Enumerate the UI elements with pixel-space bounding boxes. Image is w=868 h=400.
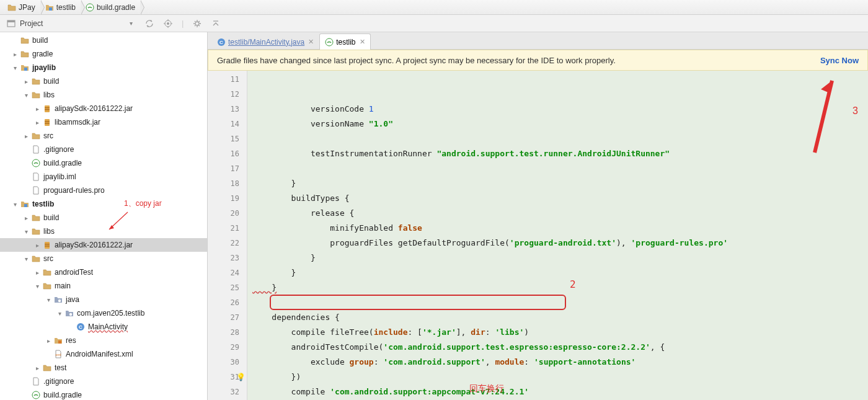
tree-node[interactable]: ▸res xyxy=(0,334,207,347)
expander-icon[interactable] xyxy=(22,146,30,153)
tree-node[interactable]: build.gradle xyxy=(0,156,207,170)
code-line[interactable]: testInstrumentationRunner "android.suppo… xyxy=(247,146,868,161)
tree-node[interactable]: ▸src xyxy=(0,129,207,143)
expander-icon[interactable] xyxy=(67,323,74,331)
breadcrumb-item[interactable]: testlib xyxy=(40,0,81,15)
expander-icon[interactable]: ▾ xyxy=(22,228,30,235)
code-line[interactable]: proguardFiles getDefaultProguardFile('pr… xyxy=(247,236,868,251)
class-icon: C xyxy=(76,322,86,332)
code-line[interactable]: } xyxy=(247,251,868,265)
tree-node[interactable]: CMainActivity xyxy=(0,320,207,334)
expander-icon[interactable]: ▸ xyxy=(22,132,30,140)
expander-icon[interactable]: ▸ xyxy=(33,241,41,249)
code-line[interactable]: buildTypes { xyxy=(247,191,868,206)
expander-icon[interactable]: ▸ xyxy=(45,337,52,344)
tree-node[interactable]: jpaylib.iml xyxy=(0,170,207,184)
expander-icon[interactable] xyxy=(22,391,30,399)
code-line[interactable]: versionCode 1 xyxy=(247,102,868,117)
expander-icon[interactable]: ▸ xyxy=(11,50,19,58)
code-line[interactable]: compile fileTree(include: ['*.jar'], dir… xyxy=(247,325,868,340)
expander-icon[interactable]: ▾ xyxy=(56,309,63,317)
expander-icon[interactable] xyxy=(22,159,30,167)
code-area[interactable]: versionCode 1 versionName "1.0" testInst… xyxy=(247,71,868,400)
code-line[interactable] xyxy=(247,131,868,146)
expander-icon[interactable]: ▸ xyxy=(22,78,30,85)
code-line[interactable]: } xyxy=(247,176,868,191)
code-line[interactable] xyxy=(247,161,868,176)
expander-icon[interactable] xyxy=(11,37,19,44)
tree-node[interactable]: ▾main xyxy=(0,279,207,293)
code-line[interactable]: } xyxy=(247,280,868,295)
expander-icon[interactable]: ▸ xyxy=(22,214,30,221)
expander-icon[interactable]: ▾ xyxy=(11,64,19,71)
tab-label: testlib xyxy=(336,38,355,47)
code-line[interactable]: dependencies { xyxy=(247,310,868,325)
tree-node[interactable]: ▸build xyxy=(0,74,207,88)
tree-node[interactable]: ▸alipaySdk-20161222.jar xyxy=(0,238,207,252)
expander-icon[interactable]: ▸ xyxy=(33,269,41,276)
code-line[interactable] xyxy=(247,295,868,310)
gear-icon[interactable] xyxy=(192,19,202,29)
svg-point-10 xyxy=(195,22,199,25)
code-line[interactable]: versionName "1.0" xyxy=(247,117,868,131)
collapse-icon[interactable] xyxy=(211,19,221,29)
tree-node[interactable]: ▸libammsdk.jar xyxy=(0,115,207,129)
expander-icon[interactable]: ▾ xyxy=(45,296,52,303)
tree-node[interactable]: ▾libs xyxy=(0,224,207,238)
sync-notification: Gradle files have changed since last pro… xyxy=(208,50,868,71)
tree-node[interactable]: xmlAndroidManifest.xml xyxy=(0,347,207,361)
breadcrumb-item[interactable]: build.gradle xyxy=(81,0,140,15)
code-line[interactable]: } xyxy=(247,265,868,280)
expander-icon[interactable] xyxy=(22,187,30,194)
expander-icon[interactable]: ▾ xyxy=(33,282,41,290)
expander-icon[interactable]: ▾ xyxy=(22,255,30,262)
close-icon[interactable]: ✕ xyxy=(308,38,314,46)
tree-node[interactable]: ▾java xyxy=(0,293,207,306)
tree-node[interactable]: ▾jpaylib xyxy=(0,61,207,74)
project-tree[interactable]: build▸gradle▾jpaylib▸build▾libs▸alipaySd… xyxy=(0,32,208,400)
tree-node[interactable]: ▸test xyxy=(0,361,207,375)
folder-icon xyxy=(20,49,30,59)
sync-icon[interactable] xyxy=(144,19,154,29)
tree-node[interactable]: ▾src xyxy=(0,252,207,265)
tree-node[interactable]: build.gradle xyxy=(0,388,207,400)
tree-node[interactable]: ▾testlib xyxy=(0,197,207,211)
tree-node[interactable]: .gitignore xyxy=(0,375,207,388)
expander-icon[interactable]: ▾ xyxy=(22,91,30,99)
module-icon xyxy=(20,199,30,209)
expander-icon[interactable]: ▸ xyxy=(33,364,41,371)
sync-now-link[interactable]: Sync Now xyxy=(820,56,859,65)
tree-node[interactable]: .gitignore xyxy=(0,143,207,156)
code-line[interactable]: }) xyxy=(247,370,868,384)
chevron-down-icon[interactable]: ▾ xyxy=(130,20,133,27)
node-label: gradle xyxy=(32,50,53,58)
code-line[interactable]: androidTestCompile('com.android.support.… xyxy=(247,340,868,355)
close-icon[interactable]: ✕ xyxy=(360,38,365,46)
editor-tab[interactable]: testlib✕ xyxy=(319,33,370,50)
project-view-label[interactable]: Project xyxy=(20,19,43,28)
expander-icon[interactable]: ▾ xyxy=(11,200,19,208)
expander-icon[interactable] xyxy=(22,378,30,385)
code-line[interactable]: compile 'com.android.support:appcompat-v… xyxy=(247,384,868,399)
expander-icon[interactable]: ▸ xyxy=(33,105,41,112)
tree-node[interactable]: ▸alipaySdk-20161222.jar xyxy=(0,102,207,115)
code-line[interactable]: release { xyxy=(247,206,868,221)
editor-tab[interactable]: Ctestlib/MainActivity.java✕ xyxy=(211,33,319,50)
tree-node[interactable]: ▾libs xyxy=(0,88,207,102)
expander-icon[interactable] xyxy=(22,173,30,180)
code-line[interactable]: minifyEnabled false xyxy=(247,221,868,236)
target-icon[interactable] xyxy=(163,19,173,29)
breadcrumb-item[interactable]: JPay xyxy=(2,0,40,15)
expander-icon[interactable]: ▸ xyxy=(33,118,41,126)
class-icon: C xyxy=(217,38,226,47)
tree-node[interactable]: proguard-rules.pro xyxy=(0,184,207,197)
tree-node[interactable]: ▸gradle xyxy=(0,47,207,61)
expander-icon[interactable] xyxy=(45,350,52,358)
folder-icon xyxy=(31,90,41,100)
svg-rect-22 xyxy=(45,244,50,245)
tree-node[interactable]: build xyxy=(0,33,207,47)
tree-node[interactable]: ▾com.javen205.testlib xyxy=(0,306,207,320)
tree-node[interactable]: ▸androidTest xyxy=(0,265,207,279)
tree-node[interactable]: ▸build xyxy=(0,211,207,224)
code-line[interactable]: exclude group: 'com.android.support', mo… xyxy=(247,355,868,370)
